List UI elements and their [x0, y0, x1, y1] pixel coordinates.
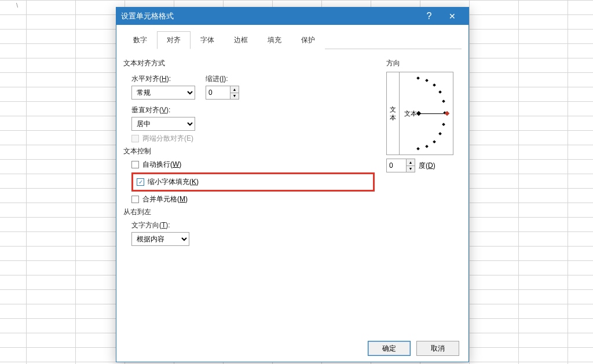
tab-font[interactable]: 字体: [191, 31, 224, 49]
orientation-dial-line: [417, 113, 444, 114]
merge-cells-row[interactable]: 合并单元格(M): [131, 194, 375, 204]
close-button[interactable]: ✕: [441, 8, 464, 24]
dialog-body: 数字 对齐 字体 边框 填充 保护 文本对齐方式 水平对齐(H): 常规: [116, 25, 468, 362]
rtl-section-label: 从右到左: [123, 207, 375, 217]
cancel-button[interactable]: 取消: [416, 341, 459, 356]
indent-label: 缩进(I):: [206, 74, 239, 84]
shrink-to-fit-row[interactable]: ✓ 缩小字体填充(K): [137, 177, 369, 187]
shrink-to-fit-label: 缩小字体填充(K): [148, 177, 199, 187]
dialog-footer: 确定 取消: [123, 336, 462, 357]
justify-distributed-row: 两端分散对齐(E): [131, 134, 375, 144]
text-align-section-label: 文本对齐方式: [123, 58, 375, 68]
indent-spin-down[interactable]: ▼: [230, 93, 239, 100]
justify-distributed-checkbox: [131, 135, 139, 142]
shrink-to-fit-checkbox[interactable]: ✓: [137, 178, 144, 186]
wrap-text-row[interactable]: 自动换行(W): [131, 160, 375, 170]
tabs: 数字 对齐 字体 边框 填充 保护: [123, 31, 462, 49]
vertical-align-select[interactable]: 居中: [131, 117, 195, 131]
format-cells-dialog: 设置单元格格式 ? ✕ 数字 对齐 字体 边框 填充 保护 文本对齐方式 水平对…: [116, 7, 469, 362]
cell-ref-indicator: \: [16, 2, 18, 9]
degree-row: ▲ ▼ 度(D): [386, 159, 462, 172]
orientation-dial[interactable]: 文本: [400, 72, 453, 155]
degree-input[interactable]: [386, 159, 406, 172]
vertical-align-label: 垂直对齐(V):: [131, 105, 375, 115]
degree-spin-down[interactable]: ▼: [407, 166, 415, 172]
merge-cells-label: 合并单元格(M): [142, 194, 188, 204]
horizontal-align-select[interactable]: 常规: [131, 86, 195, 100]
tab-content: 文本对齐方式 水平对齐(H): 常规 缩进(I):: [123, 56, 462, 336]
orientation-section-label: 方向: [386, 58, 462, 68]
tab-fill[interactable]: 填充: [258, 31, 291, 49]
dialog-titlebar: 设置单元格格式 ? ✕: [116, 8, 468, 25]
orientation-dial-label: 文本: [404, 109, 417, 118]
wrap-text-label: 自动换行(W): [142, 160, 181, 170]
text-direction-label: 文字方向(T):: [131, 220, 375, 230]
degree-label: 度(D): [419, 161, 435, 171]
horizontal-align-label: 水平对齐(H):: [131, 74, 195, 84]
tab-number[interactable]: 数字: [123, 31, 157, 49]
justify-distributed-label: 两端分散对齐(E): [142, 134, 193, 144]
dialog-title: 设置单元格格式: [121, 11, 418, 21]
wrap-text-checkbox[interactable]: [131, 161, 139, 168]
tab-border[interactable]: 边框: [224, 31, 258, 49]
ok-button[interactable]: 确定: [368, 341, 411, 356]
help-button[interactable]: ?: [418, 8, 441, 24]
indent-spin-up[interactable]: ▲: [230, 86, 239, 93]
orientation-dial-marker[interactable]: [445, 111, 449, 116]
degree-spinner[interactable]: ▲ ▼: [386, 159, 415, 172]
indent-input[interactable]: [206, 86, 230, 100]
orientation-vertical-toggle[interactable]: 文 本: [387, 72, 400, 155]
indent-spinner[interactable]: ▲ ▼: [206, 86, 239, 100]
left-column: 文本对齐方式 水平对齐(H): 常规 缩进(I):: [123, 56, 375, 336]
shrink-to-fit-highlight: ✓ 缩小字体填充(K): [131, 172, 375, 192]
tab-protection[interactable]: 保护: [291, 31, 325, 49]
orientation-box: 文 本: [386, 72, 453, 155]
text-control-section-label: 文本控制: [123, 146, 375, 156]
right-column: 方向 文 本: [386, 56, 462, 336]
degree-spin-up[interactable]: ▲: [407, 159, 415, 166]
merge-cells-checkbox[interactable]: [131, 196, 139, 203]
tab-alignment[interactable]: 对齐: [157, 31, 191, 49]
text-direction-select[interactable]: 根据内容: [131, 232, 189, 246]
